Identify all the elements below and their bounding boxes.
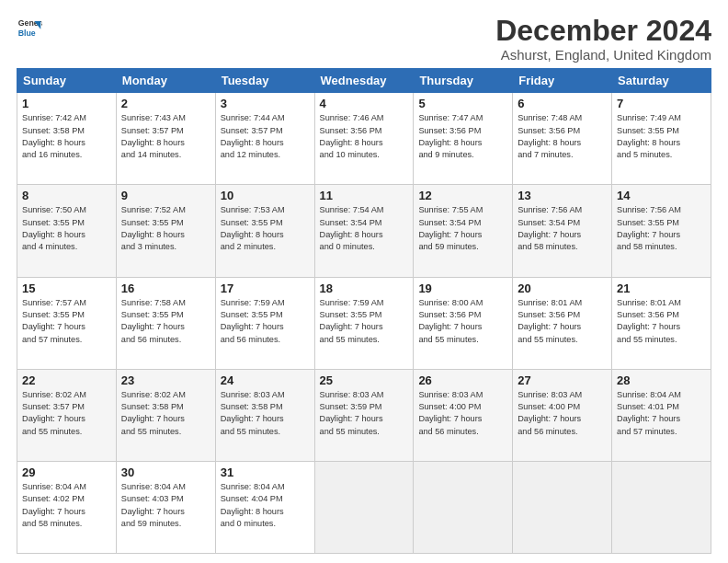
day-info: Sunrise: 8:04 AM Sunset: 4:02 PM Dayligh…	[22, 481, 111, 530]
calendar-cell: 17Sunrise: 7:59 AM Sunset: 3:55 PM Dayli…	[215, 277, 314, 369]
day-number: 24	[221, 373, 310, 387]
day-number: 23	[121, 373, 210, 387]
calendar-cell: 7Sunrise: 7:49 AM Sunset: 3:55 PM Daylig…	[612, 93, 711, 185]
week-row-4: 22Sunrise: 8:02 AM Sunset: 3:57 PM Dayli…	[17, 369, 711, 461]
day-number: 7	[617, 97, 706, 110]
day-info: Sunrise: 7:59 AM Sunset: 3:55 PM Dayligh…	[320, 297, 409, 346]
day-info: Sunrise: 7:52 AM Sunset: 3:55 PM Dayligh…	[121, 204, 210, 253]
day-number: 10	[221, 189, 310, 202]
day-number: 3	[221, 97, 310, 110]
day-info: Sunrise: 8:02 AM Sunset: 3:58 PM Dayligh…	[121, 389, 210, 438]
day-number: 31	[221, 465, 310, 479]
day-info: Sunrise: 8:03 AM Sunset: 3:59 PM Dayligh…	[320, 389, 409, 438]
calendar-cell	[414, 461, 513, 553]
day-number: 8	[22, 189, 111, 202]
calendar-cell: 18Sunrise: 7:59 AM Sunset: 3:55 PM Dayli…	[314, 277, 414, 369]
title-section: December 2024 Ashurst, England, United K…	[495, 15, 711, 63]
day-info: Sunrise: 7:58 AM Sunset: 3:55 PM Dayligh…	[121, 297, 210, 346]
header-day-thursday: Thursday	[414, 69, 513, 93]
calendar-cell: 26Sunrise: 8:03 AM Sunset: 4:00 PM Dayli…	[414, 369, 513, 461]
day-number: 9	[121, 189, 210, 202]
calendar-cell: 5Sunrise: 7:47 AM Sunset: 3:56 PM Daylig…	[414, 93, 513, 185]
day-info: Sunrise: 8:01 AM Sunset: 3:56 PM Dayligh…	[617, 297, 706, 346]
day-number: 20	[518, 282, 607, 295]
calendar-cell	[612, 461, 711, 553]
calendar-cell: 6Sunrise: 7:48 AM Sunset: 3:56 PM Daylig…	[513, 93, 612, 185]
day-number: 6	[518, 97, 607, 110]
day-number: 13	[518, 189, 607, 202]
day-info: Sunrise: 8:04 AM Sunset: 4:01 PM Dayligh…	[617, 389, 706, 438]
day-info: Sunrise: 8:03 AM Sunset: 4:00 PM Dayligh…	[418, 389, 507, 438]
day-number: 12	[418, 189, 507, 202]
header-day-wednesday: Wednesday	[314, 69, 414, 93]
calendar-cell: 2Sunrise: 7:43 AM Sunset: 3:57 PM Daylig…	[116, 93, 215, 185]
calendar-page: General Blue December 2024 Ashurst, Engl…	[0, 0, 728, 563]
header-day-monday: Monday	[116, 69, 215, 93]
day-info: Sunrise: 7:47 AM Sunset: 3:56 PM Dayligh…	[418, 112, 507, 161]
calendar-cell: 14Sunrise: 7:56 AM Sunset: 3:55 PM Dayli…	[612, 185, 711, 277]
day-info: Sunrise: 7:55 AM Sunset: 3:54 PM Dayligh…	[418, 204, 507, 253]
day-info: Sunrise: 7:43 AM Sunset: 3:57 PM Dayligh…	[121, 112, 210, 161]
calendar-cell	[314, 461, 414, 553]
day-number: 26	[418, 373, 507, 387]
day-number: 5	[418, 97, 507, 110]
day-number: 17	[221, 282, 310, 295]
header-day-sunday: Sunday	[17, 69, 117, 93]
day-number: 22	[22, 373, 111, 387]
day-info: Sunrise: 7:48 AM Sunset: 3:56 PM Dayligh…	[518, 112, 607, 161]
week-row-5: 29Sunrise: 8:04 AM Sunset: 4:02 PM Dayli…	[17, 461, 711, 553]
calendar-cell: 1Sunrise: 7:42 AM Sunset: 3:58 PM Daylig…	[17, 93, 117, 185]
day-number: 14	[617, 189, 706, 202]
header-day-friday: Friday	[513, 69, 612, 93]
day-info: Sunrise: 8:03 AM Sunset: 3:58 PM Dayligh…	[221, 389, 310, 438]
day-number: 2	[121, 97, 210, 110]
day-number: 25	[320, 373, 409, 387]
calendar-cell: 10Sunrise: 7:53 AM Sunset: 3:55 PM Dayli…	[215, 185, 314, 277]
day-number: 27	[518, 373, 607, 387]
calendar-cell: 29Sunrise: 8:04 AM Sunset: 4:02 PM Dayli…	[17, 461, 117, 553]
day-info: Sunrise: 7:56 AM Sunset: 3:55 PM Dayligh…	[617, 204, 706, 253]
day-number: 19	[418, 282, 507, 295]
week-row-2: 8Sunrise: 7:50 AM Sunset: 3:55 PM Daylig…	[17, 185, 711, 277]
calendar-cell: 8Sunrise: 7:50 AM Sunset: 3:55 PM Daylig…	[17, 185, 117, 277]
day-number: 1	[22, 97, 111, 110]
logo: General Blue	[17, 15, 42, 40]
day-info: Sunrise: 8:03 AM Sunset: 4:00 PM Dayligh…	[518, 389, 607, 438]
calendar-cell: 19Sunrise: 8:00 AM Sunset: 3:56 PM Dayli…	[414, 277, 513, 369]
day-info: Sunrise: 8:00 AM Sunset: 3:56 PM Dayligh…	[418, 297, 507, 346]
day-info: Sunrise: 8:04 AM Sunset: 4:04 PM Dayligh…	[221, 481, 310, 530]
day-info: Sunrise: 7:56 AM Sunset: 3:54 PM Dayligh…	[518, 204, 607, 253]
calendar-table: SundayMondayTuesdayWednesdayThursdayFrid…	[17, 68, 711, 554]
header-row: General Blue December 2024 Ashurst, Engl…	[17, 15, 711, 63]
calendar-cell	[513, 461, 612, 553]
day-info: Sunrise: 7:50 AM Sunset: 3:55 PM Dayligh…	[22, 204, 111, 253]
week-row-3: 15Sunrise: 7:57 AM Sunset: 3:55 PM Dayli…	[17, 277, 711, 369]
day-number: 18	[320, 282, 409, 295]
day-number: 29	[22, 465, 111, 479]
day-info: Sunrise: 8:02 AM Sunset: 3:57 PM Dayligh…	[22, 389, 111, 438]
calendar-cell: 15Sunrise: 7:57 AM Sunset: 3:55 PM Dayli…	[17, 277, 117, 369]
calendar-cell: 27Sunrise: 8:03 AM Sunset: 4:00 PM Dayli…	[513, 369, 612, 461]
day-info: Sunrise: 7:42 AM Sunset: 3:58 PM Dayligh…	[22, 112, 111, 161]
day-number: 4	[320, 97, 409, 110]
day-number: 15	[22, 282, 111, 295]
calendar-cell: 3Sunrise: 7:44 AM Sunset: 3:57 PM Daylig…	[215, 93, 314, 185]
calendar-cell: 12Sunrise: 7:55 AM Sunset: 3:54 PM Dayli…	[414, 185, 513, 277]
calendar-header-row: SundayMondayTuesdayWednesdayThursdayFrid…	[17, 69, 711, 93]
calendar-cell: 22Sunrise: 8:02 AM Sunset: 3:57 PM Dayli…	[17, 369, 117, 461]
day-number: 30	[121, 465, 210, 479]
day-info: Sunrise: 7:54 AM Sunset: 3:54 PM Dayligh…	[320, 204, 409, 253]
calendar-cell: 24Sunrise: 8:03 AM Sunset: 3:58 PM Dayli…	[215, 369, 314, 461]
calendar-cell: 21Sunrise: 8:01 AM Sunset: 3:56 PM Dayli…	[612, 277, 711, 369]
calendar-cell: 31Sunrise: 8:04 AM Sunset: 4:04 PM Dayli…	[215, 461, 314, 553]
calendar-cell: 13Sunrise: 7:56 AM Sunset: 3:54 PM Dayli…	[513, 185, 612, 277]
calendar-cell: 30Sunrise: 8:04 AM Sunset: 4:03 PM Dayli…	[116, 461, 215, 553]
day-info: Sunrise: 8:04 AM Sunset: 4:03 PM Dayligh…	[121, 481, 210, 530]
calendar-cell: 4Sunrise: 7:46 AM Sunset: 3:56 PM Daylig…	[314, 93, 414, 185]
svg-text:Blue: Blue	[18, 29, 36, 38]
day-info: Sunrise: 7:53 AM Sunset: 3:55 PM Dayligh…	[221, 204, 310, 253]
calendar-title: December 2024	[495, 15, 711, 47]
day-number: 11	[320, 189, 409, 202]
calendar-cell: 23Sunrise: 8:02 AM Sunset: 3:58 PM Dayli…	[116, 369, 215, 461]
calendar-cell: 9Sunrise: 7:52 AM Sunset: 3:55 PM Daylig…	[116, 185, 215, 277]
